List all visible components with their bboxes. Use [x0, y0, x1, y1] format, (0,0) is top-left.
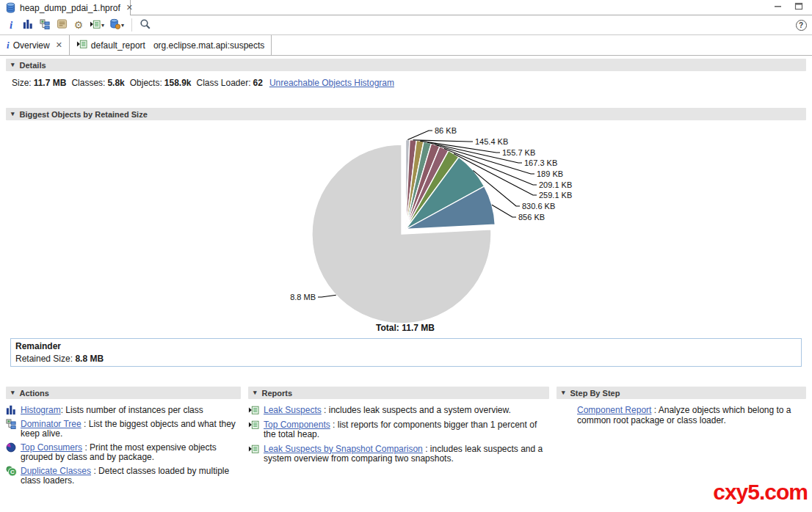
pie-label-line	[407, 131, 432, 140]
report-icon	[76, 39, 87, 51]
pie-label-line	[492, 205, 516, 217]
pie-label-189kb: 189 KB	[537, 169, 563, 178]
heap-dump-icon	[5, 2, 16, 14]
item-description: .	[723, 415, 725, 425]
query-browser-icon	[90, 19, 101, 32]
objects-label: Objects:	[130, 78, 162, 88]
pie-selection-legend[interactable]: Remainder Retained Size: 8.8 MB	[10, 338, 802, 367]
reports-list: Leak Suspects : includes leak suspects a…	[248, 406, 549, 464]
section-title-details: Details	[20, 61, 46, 70]
histogram-button[interactable]	[21, 17, 35, 33]
size-label: Size:	[12, 78, 32, 88]
oql-button[interactable]	[54, 17, 69, 33]
tab-default-report-qualifier: org.eclipse.mat.api:suspects	[153, 40, 264, 51]
dominator-tree-link[interactable]: Dominator Tree	[21, 419, 81, 429]
info-icon: i	[7, 40, 10, 51]
search-button[interactable]	[138, 17, 153, 33]
maximize-icon[interactable]	[794, 2, 803, 12]
section-header-actions[interactable]: ▾ Actions	[6, 387, 241, 399]
classloader-label: Class Loader:	[196, 78, 250, 88]
actions-list: Histogram: Lists number of instances per…	[6, 406, 241, 486]
item-description: common root package	[577, 415, 664, 425]
pie-label-209kb: 209.1 KB	[539, 180, 572, 189]
component-report-link[interactable]: Component Report	[577, 405, 651, 415]
svg-text:C: C	[10, 469, 15, 475]
pie-label-155kb: 155.7 KB	[502, 148, 535, 157]
close-icon[interactable]: ✕	[56, 40, 62, 50]
acquire-heap-dump-button[interactable]: ▾	[108, 17, 126, 33]
overview-columns: ▾ Actions Histogram: Lists number of ins…	[6, 387, 806, 490]
pie-chart-svg: 86 KB145.4 KB155.7 KB167.3 KB189 KB209.1…	[0, 120, 812, 337]
info-icon: i	[10, 20, 12, 31]
section-header-details[interactable]: ▾ Details	[6, 59, 806, 71]
section-title-biggest-objects: Biggest Objects by Retained Size	[20, 110, 148, 119]
report-icon	[248, 420, 260, 431]
minimize-icon[interactable]	[774, 2, 783, 12]
list-item: Dominator Tree : List the biggest object…	[6, 420, 241, 439]
query-browser-button[interactable]: ▾	[88, 17, 106, 33]
size-value: 11.7 MB	[34, 78, 67, 88]
acquire-heap-dump-icon	[109, 18, 120, 32]
top-consumers-link[interactable]: Top Consumers	[21, 442, 82, 453]
section-header-biggest-objects[interactable]: ▾ Biggest Objects by Retained Size	[6, 108, 806, 120]
list-item: Top Consumers : Print the most expensive…	[6, 443, 241, 463]
dominator-tree-button[interactable]	[37, 17, 52, 33]
actions-section: ▾ Actions Histogram: Lists number of ins…	[6, 387, 241, 490]
item-description: or	[664, 415, 677, 425]
tab-overview-label: Overview	[13, 40, 50, 51]
pie-label-856kb: 856 KB	[518, 213, 545, 222]
chevron-down-icon: ▾	[121, 22, 124, 29]
step-by-step-section: ▾ Step By Step Component Report : Analyz…	[557, 387, 806, 429]
pie-label-167kb: 167.3 KB	[524, 158, 557, 167]
file-tab-title: heap_dump_pdai_1.hprof	[20, 3, 120, 13]
section-header-reports[interactable]: ▾ Reports	[248, 387, 549, 399]
collapse-triangle-icon: ▾	[11, 62, 15, 68]
leak-suspects-by-snapshot-comparison-link[interactable]: Leak Suspects by Snapshot Comparison	[264, 444, 423, 454]
section-header-step-by-step[interactable]: ▾ Step By Step	[557, 387, 806, 399]
retained-size-pie-chart: 86 KB145.4 KB155.7 KB167.3 KB189 KB209.1…	[0, 120, 812, 337]
tab-overview[interactable]: i Overview ✕	[0, 35, 70, 55]
window-controls	[131, 0, 812, 15]
reports-section: ▾ Reports Leak Suspects : includes leak …	[248, 387, 549, 469]
search-icon	[139, 18, 151, 32]
item-description: : Print the most	[82, 442, 146, 453]
section-title-actions: Actions	[20, 389, 49, 398]
collapse-triangle-icon: ▾	[562, 390, 565, 396]
unreachable-objects-histogram-link[interactable]: Unreachable Objects Histogram	[269, 78, 394, 88]
report-icon	[248, 444, 260, 456]
histogram-link[interactable]: Histogram	[21, 405, 61, 415]
pie-label-line	[318, 295, 336, 297]
duplicate-classes-link[interactable]: Duplicate Classes	[21, 466, 91, 476]
classes-label: Classes:	[71, 78, 105, 88]
top-components-link[interactable]: Top Components	[264, 420, 330, 430]
editor-tabbar: heap_dump_pdai_1.hprof ✕	[0, 0, 812, 15]
item-description: : includes leak suspects and a system ov…	[322, 405, 511, 415]
item-description: : Analyze objects which belong to a	[651, 405, 791, 415]
pie-label-145kb: 145.4 KB	[475, 137, 508, 146]
oql-icon	[57, 18, 68, 32]
view-tabbar: i Overview ✕ default_report org.eclipse.…	[0, 35, 812, 56]
heap-details-summary: Size:11.7 MBClasses:5.8kObjects:158.9kCl…	[12, 78, 812, 89]
item-description: biggest objects	[120, 419, 178, 429]
tab-default-report[interactable]: default_report org.eclipse.mat.api:suspe…	[70, 35, 272, 55]
report-icon	[248, 405, 260, 417]
expert-test-button[interactable]: ⚙	[71, 17, 86, 33]
item-description: class loader	[677, 415, 723, 425]
item-description: expensive objects	[146, 442, 216, 453]
main-toolbar: i ⚙ ▾ ▾ ?	[0, 15, 812, 35]
tab-default-report-name: default_report	[91, 40, 145, 51]
list-item: Top Components : list reports for compon…	[248, 420, 549, 440]
step-by-step-list: Component Report : Analyze objects which…	[557, 406, 806, 425]
gear-icon: ⚙	[74, 20, 84, 30]
retained-size-label: Retained Size:	[15, 354, 73, 364]
help-button[interactable]: ?	[794, 17, 808, 33]
help-icon: ?	[796, 20, 807, 31]
heap-info-button[interactable]: i	[4, 17, 18, 33]
top-consumers-icon	[6, 442, 18, 454]
dominator-tree-icon	[40, 19, 50, 32]
leak-suspects-link[interactable]: Leak Suspects	[264, 405, 322, 415]
pie-label-remainder: 8.8 MB	[290, 293, 316, 301]
pie-label-830kb: 830.6 KB	[522, 202, 555, 211]
classes-value: 5.8k	[107, 78, 124, 88]
tab-heap-dump-file[interactable]: heap_dump_pdai_1.hprof ✕	[0, 0, 131, 15]
